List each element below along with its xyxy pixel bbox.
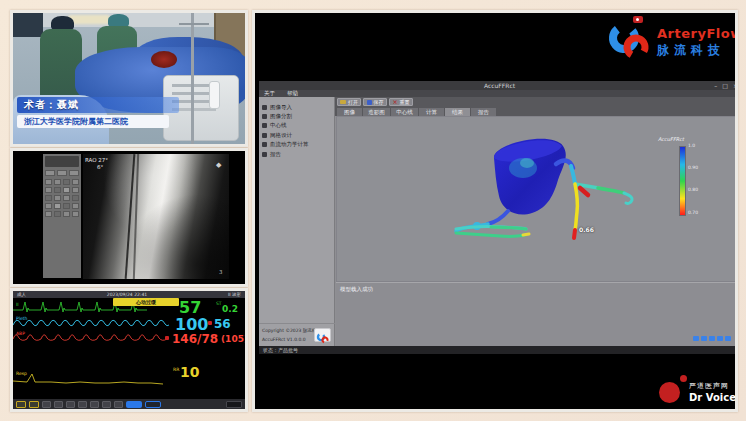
view-control-button[interactable]: [693, 336, 699, 341]
close-button[interactable]: ×: [733, 81, 738, 90]
surgical-site: [151, 51, 177, 68]
xray-tool-button[interactable]: [45, 195, 52, 201]
xray-tool-button[interactable]: [69, 170, 79, 176]
st-value: 0.2: [222, 305, 238, 314]
sidebar-item-hemodynamics[interactable]: 血流动力学计算: [262, 141, 309, 148]
view-control-button[interactable]: [717, 336, 723, 341]
monitor-main-menu-button[interactable]: [126, 401, 142, 408]
maximize-button[interactable]: □: [722, 81, 728, 90]
menu-help[interactable]: 帮助: [287, 90, 298, 97]
view-control-button[interactable]: [709, 336, 715, 341]
stenosis-red-segment: [580, 188, 588, 195]
tab-angiogram[interactable]: 造影图: [363, 108, 390, 116]
patient-monitor-panel: 成人 2023/09/24 22:41 II 波形 心动过缓 II Pleth …: [10, 288, 248, 412]
ffr-colorbar: [679, 146, 686, 216]
drvoice-logo-icon: [680, 375, 687, 382]
folder-icon: [340, 100, 346, 104]
xray-tool-button[interactable]: [45, 170, 55, 176]
resp-waveform: [13, 374, 163, 384]
tab-centerline[interactable]: 中心线: [391, 108, 418, 116]
xray-tool-button[interactable]: [63, 211, 70, 217]
xray-tool-button[interactable]: [72, 211, 79, 217]
copyright-text: Copyright ©2023 脉流科技: [262, 328, 321, 333]
brand-name: ArteryFlow: [657, 26, 738, 41]
xray-series-label: [45, 156, 79, 167]
left-branch-tip: [523, 234, 529, 235]
3d-viewport[interactable]: 0.66 AccuFFRct 1.0 0.90 0.80 0.70: [336, 116, 738, 282]
ecg-lead-label: II: [16, 302, 19, 307]
xray-tool-button[interactable]: [54, 187, 61, 193]
hospital-banner: 浙江大学医学院附属第二医院: [17, 115, 169, 128]
monitor-softkey[interactable]: [16, 401, 26, 408]
xray-tool-button[interactable]: [54, 195, 61, 201]
monitor-softkey[interactable]: [114, 401, 123, 408]
monitor-softkey[interactable]: [90, 401, 99, 408]
centerline-icon: [262, 123, 267, 128]
xray-tool-button[interactable]: [54, 211, 61, 217]
right-branch-hook: [624, 193, 632, 203]
xray-tool-button[interactable]: [72, 187, 79, 193]
aorta-flow-patch: [520, 158, 534, 168]
xray-tool-button[interactable]: [45, 211, 52, 217]
tab-compute[interactable]: 计算: [419, 108, 444, 116]
tab-image[interactable]: 图像: [337, 108, 362, 116]
window-titlebar[interactable]: AccuFFRct: [259, 81, 738, 90]
resp-label: Resp: [16, 371, 27, 376]
save-button[interactable]: 保存: [363, 98, 387, 106]
monitor-softkey[interactable]: [102, 401, 111, 408]
open-button[interactable]: 打开: [337, 98, 361, 106]
colorbar-tick: 1.0: [688, 143, 695, 148]
xray-tool-button[interactable]: [54, 203, 61, 209]
or-ceiling-light: [68, 15, 110, 24]
log-panel: 模型载入成功: [336, 282, 738, 346]
xray-tool-button[interactable]: [45, 179, 52, 185]
reset-button[interactable]: ×重置: [389, 98, 413, 106]
xray-tool-button[interactable]: [63, 195, 70, 201]
xray-tool-button[interactable]: [72, 195, 79, 201]
view-control-buttons: [693, 336, 731, 341]
xray-tool-button[interactable]: [45, 203, 52, 209]
colorbar-title: AccuFFRct: [658, 136, 684, 142]
nibp-value: 146/78: [172, 333, 218, 345]
mesh-icon: [262, 133, 267, 138]
sidebar-item-image-import[interactable]: 图像导入: [262, 104, 292, 111]
xray-toolbar[interactable]: [43, 154, 81, 278]
monitor-softkey[interactable]: [66, 401, 75, 408]
log-message: 模型载入成功: [340, 286, 373, 293]
sidebar-item-centerline[interactable]: 中心线: [262, 122, 287, 129]
drvoice-en: Dr Voice: [689, 392, 736, 403]
nibp-map-value: (105): [221, 335, 248, 344]
monitor-softkey[interactable]: [54, 401, 63, 408]
sidebar-item-mesh[interactable]: 网格设计: [262, 132, 292, 139]
view-control-button[interactable]: [725, 336, 731, 341]
sidebar-item-segmentation[interactable]: 图像分割: [262, 113, 292, 120]
frame-number: 3: [219, 269, 223, 275]
menu-about[interactable]: 关于: [264, 90, 275, 97]
xray-tool-button[interactable]: [63, 179, 70, 185]
pr-alarm-icon: [208, 321, 212, 325]
tab-results[interactable]: 结果: [445, 108, 470, 116]
monitor-softkey[interactable]: [78, 401, 87, 408]
sidebar-item-report[interactable]: 报告: [262, 151, 281, 158]
xray-tool-button[interactable]: [45, 187, 52, 193]
minimize-button[interactable]: –: [714, 81, 717, 90]
monitor-softkey[interactable]: [42, 401, 51, 408]
xray-tool-button[interactable]: [57, 170, 67, 176]
xray-tool-button[interactable]: [63, 203, 70, 209]
colorbar-tick: 0.90: [688, 165, 698, 170]
workflow-sidebar: 图像导入 图像分割 中心线 网格设计 血流动力学计算 报告 Copyright …: [259, 97, 335, 346]
view-control-button[interactable]: [701, 336, 707, 341]
xray-tool-button[interactable]: [72, 203, 79, 209]
tab-report[interactable]: 报告: [471, 108, 496, 116]
toolbar: 打开 保存 ×重置: [335, 97, 738, 108]
xray-tool-button[interactable]: [72, 179, 79, 185]
xray-tool-button[interactable]: [63, 187, 70, 193]
left-branch-upper: [491, 227, 526, 229]
colorbar-tick: 0.80: [688, 187, 698, 192]
report-icon: [262, 152, 267, 157]
xray-tool-button[interactable]: [54, 179, 61, 185]
monitor-standby-button[interactable]: [145, 401, 161, 408]
monitor-softkey[interactable]: [29, 401, 39, 408]
app-statusbar: 状态：产品批号: [259, 346, 738, 354]
version-text: AccuFFRct V1.0.0.0: [262, 337, 306, 342]
